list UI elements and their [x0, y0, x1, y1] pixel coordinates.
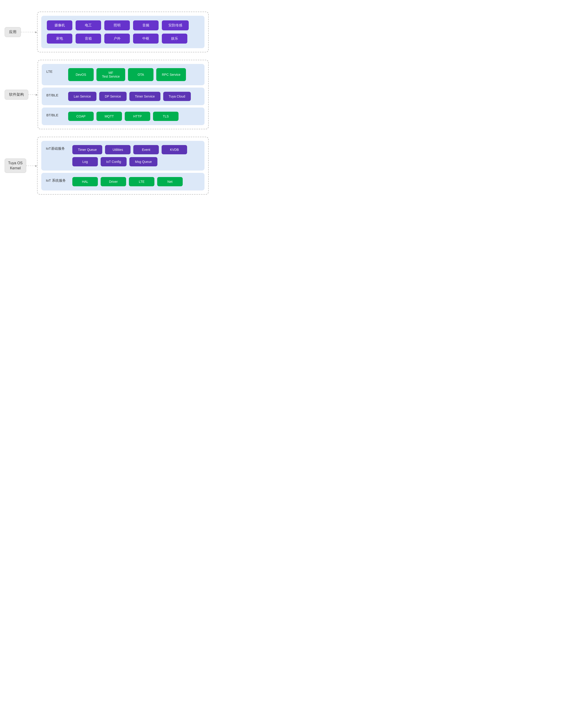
app-btn-camera[interactable]: 摄像机: [47, 20, 72, 30]
btn-dp-service[interactable]: DP Service: [99, 92, 127, 101]
btn-kvdb[interactable]: KVDB: [162, 145, 187, 154]
kernel-label-wrap: Tuya OSKernel: [5, 158, 37, 173]
software-row: 软件架构 LTE DevOS MFTest Service OTA RPC Se…: [5, 60, 209, 129]
software-label-wrap: 软件架构: [5, 90, 38, 100]
app-btn-outdoor[interactable]: 户外: [104, 34, 130, 44]
btble1-buttons: Lan Service DP Service Timer Service Tuy…: [68, 92, 200, 101]
software-label: 软件架构: [5, 90, 28, 100]
apps-label-wrap: 应用: [5, 27, 37, 37]
btn-lte[interactable]: LTE: [129, 177, 154, 186]
btn-timer-service[interactable]: Timer Service: [129, 92, 160, 101]
app-btn-security[interactable]: 安防传感: [162, 20, 189, 30]
lte-label: LTE: [46, 68, 63, 73]
btn-event[interactable]: Event: [133, 145, 159, 154]
btn-ota[interactable]: OTA: [128, 68, 153, 81]
iot-system-label: IoT 系统服务: [46, 177, 67, 183]
lte-buttons: DevOS MFTest Service OTA RPC Service: [68, 68, 200, 81]
apps-row: 应用 摄像机 电工 照明 音频 安防传感 家电 音箱 户外 中枢 娱乐: [5, 12, 209, 52]
btn-msg-queue[interactable]: Msg Queue: [129, 157, 157, 166]
iot-basic-section: IoT基础服务 Timer Queue Utilities Event KVDB…: [41, 141, 204, 171]
btn-tuya-cloud[interactable]: Tuya Cloud: [163, 92, 191, 101]
btn-hal[interactable]: HAL: [72, 177, 98, 186]
iot-container: IoT基础服务 Timer Queue Utilities Event KVDB…: [41, 141, 204, 190]
iot-basic-buttons: Timer Queue Utilities Event KVDB Log IoT…: [72, 145, 200, 166]
app-btn-audio[interactable]: 音频: [133, 20, 158, 30]
btn-timer-queue[interactable]: Timer Queue: [72, 145, 102, 154]
app-btn-electrician[interactable]: 电工: [76, 20, 101, 30]
btn-http[interactable]: HTTP: [125, 112, 150, 121]
apps-label: 应用: [5, 27, 21, 37]
btble2-label: BT/BLE: [46, 112, 63, 117]
app-btn-lighting[interactable]: 照明: [104, 20, 130, 30]
software-container: LTE DevOS MFTest Service OTA RPC Service…: [42, 64, 204, 125]
btn-net[interactable]: Net: [157, 177, 183, 186]
iot-system-section: IoT 系统服务 HAL Driver LTE Net: [41, 173, 204, 190]
btble2-section: BT/BLE COAP MQTT HTTP TLS: [42, 108, 204, 125]
btn-log[interactable]: Log: [72, 157, 98, 166]
app-btn-speaker[interactable]: 音箱: [76, 34, 101, 44]
btn-lan-service[interactable]: Lan Service: [68, 92, 96, 101]
btn-devos[interactable]: DevOS: [68, 68, 94, 81]
kernel-label: Tuya OSKernel: [5, 158, 26, 173]
app-btn-appliance[interactable]: 家电: [47, 34, 72, 44]
btn-utilities[interactable]: Utilities: [105, 145, 130, 154]
software-arrow: [28, 93, 38, 96]
btn-driver[interactable]: Driver: [101, 177, 126, 186]
btn-mqtt[interactable]: MQTT: [96, 112, 122, 121]
architecture-diagram: 应用 摄像机 电工 照明 音频 安防传感 家电 音箱 户外 中枢 娱乐 软件架构: [5, 7, 209, 199]
iot-system-buttons: HAL Driver LTE Net: [72, 177, 200, 186]
apps-outer-box: 摄像机 电工 照明 音频 安防传感 家电 音箱 户外 中枢 娱乐: [37, 12, 209, 52]
lte-section: LTE DevOS MFTest Service OTA RPC Service: [42, 64, 204, 85]
btn-mf-test-service[interactable]: MFTest Service: [96, 68, 125, 81]
kernel-row: Tuya OSKernel IoT基础服务 Timer Queue Utilit…: [5, 137, 209, 195]
software-outer-box: LTE DevOS MFTest Service OTA RPC Service…: [38, 60, 209, 129]
iot-basic-label: IoT基础服务: [46, 145, 67, 151]
btn-coap[interactable]: COAP: [68, 112, 94, 121]
app-btn-hub[interactable]: 中枢: [133, 34, 158, 44]
app-btn-entertainment[interactable]: 娱乐: [162, 34, 187, 44]
btn-tls[interactable]: TLS: [153, 112, 178, 121]
kernel-arrow: [26, 165, 37, 167]
btn-iot-config[interactable]: IoT Config: [101, 157, 127, 166]
apps-arrow: [21, 31, 37, 33]
apps-grid: 摄像机 电工 照明 音频 安防传感 家电 音箱 户外 中枢 娱乐: [41, 16, 204, 48]
btble2-buttons: COAP MQTT HTTP TLS: [68, 112, 200, 121]
kernel-outer-box: IoT基础服务 Timer Queue Utilities Event KVDB…: [37, 137, 209, 195]
btn-rpc-service[interactable]: RPC Service: [156, 68, 186, 81]
btble1-label: BT/BLE: [46, 92, 63, 97]
btble1-section: BT/BLE Lan Service DP Service Timer Serv…: [42, 88, 204, 105]
